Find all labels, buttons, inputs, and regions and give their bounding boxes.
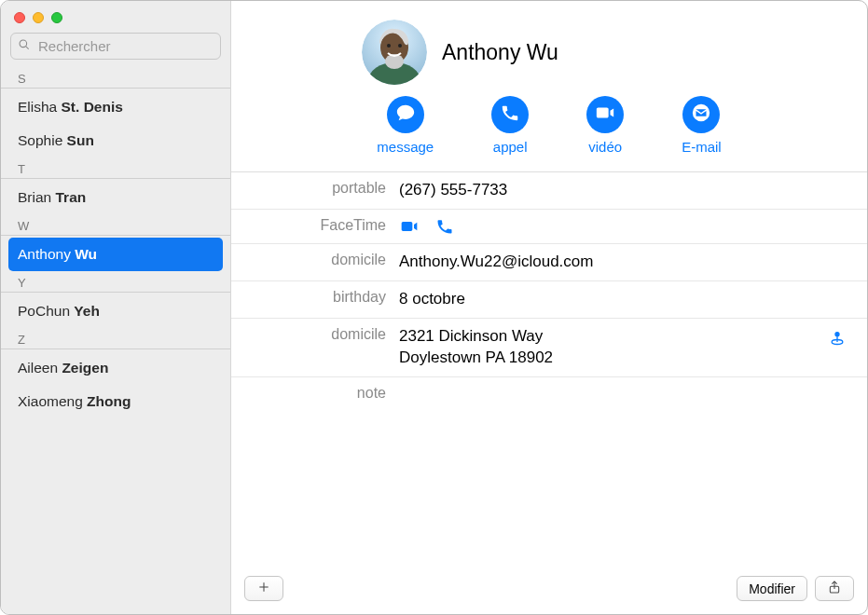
contact-card: Anthony Wu message appel vidéo E-mail p	[231, 1, 867, 614]
message-icon	[395, 102, 416, 127]
label-portable: portable	[231, 180, 399, 197]
edit-button-label: Modifier	[749, 581, 795, 596]
search-input[interactable]	[36, 37, 217, 55]
label-note: note	[231, 385, 399, 402]
contact-row[interactable]: Elisha St. Denis	[1, 90, 230, 124]
video-label: vidéo	[588, 139, 622, 155]
share-icon	[827, 580, 842, 597]
card-header: Anthony Wu	[231, 1, 867, 89]
svg-point-6	[387, 44, 391, 48]
mail-icon	[691, 102, 711, 127]
contact-last-name: Zeigen	[62, 360, 108, 376]
address-line1: 2321 Dickinson Way	[399, 326, 830, 348]
address-line2: Doylestown PA 18902	[399, 348, 830, 369]
contact-row[interactable]: Anthony Wu	[8, 238, 223, 271]
contact-last-name: Tran	[56, 189, 87, 205]
contact-last-name: Sun	[67, 132, 94, 148]
contact-first-name: Sophie	[18, 132, 67, 148]
label-birthday: birthday	[231, 289, 399, 306]
contacts-window: SElisha St. DenisSophie SunTBrian TranWA…	[0, 0, 868, 615]
share-button[interactable]	[815, 576, 854, 601]
contact-last-name: Yeh	[74, 303, 100, 319]
section-letter: Y	[1, 271, 230, 293]
contact-first-name: Elisha	[18, 99, 62, 115]
avatar[interactable]	[362, 20, 427, 85]
call-button[interactable]: appel	[491, 96, 529, 155]
video-button[interactable]: vidéo	[586, 96, 624, 155]
plus-icon	[256, 580, 271, 597]
contact-last-name: Wu	[75, 246, 97, 262]
email-label: E-mail	[682, 139, 722, 155]
contact-last-name: St. Denis	[62, 99, 123, 115]
contact-name: Anthony Wu	[442, 40, 558, 65]
zoom-window-button[interactable]	[51, 12, 62, 23]
label-domicile-addr: domicile	[231, 326, 399, 343]
contact-row[interactable]: PoChun Yeh	[1, 294, 230, 328]
row-note[interactable]: note	[231, 377, 867, 409]
label-domicile-email: domicile	[231, 252, 399, 268]
message-label: message	[377, 139, 434, 155]
facetime-video-icon[interactable]	[399, 217, 420, 236]
minimize-window-button[interactable]	[33, 12, 44, 23]
svg-point-8	[835, 332, 839, 335]
value-portable: (267) 555-7733	[399, 180, 867, 201]
row-facetime[interactable]: FaceTime	[231, 210, 867, 244]
contact-row[interactable]: Sophie Sun	[1, 124, 230, 157]
contact-first-name: Brian	[18, 189, 56, 205]
details: portable (267) 555-7733 FaceTime domicil…	[231, 171, 867, 409]
window-controls	[1, 1, 230, 31]
contact-row[interactable]: Aileen Zeigen	[1, 351, 230, 385]
contacts-list: SElisha St. DenisSophie SunTBrian TranWA…	[1, 67, 230, 614]
contact-first-name: Xiaomeng	[18, 393, 87, 409]
sidebar: SElisha St. DenisSophie SunTBrian TranWA…	[1, 1, 231, 614]
add-button[interactable]	[244, 576, 283, 601]
close-window-button[interactable]	[14, 12, 25, 23]
row-birthday[interactable]: birthday 8 octobre	[231, 281, 867, 319]
edit-button[interactable]: Modifier	[737, 576, 807, 601]
contact-row[interactable]: Brian Tran	[1, 181, 230, 214]
contact-last-name: Zhong	[87, 393, 131, 409]
map-pin-icon[interactable]	[828, 328, 847, 350]
contact-first-name: Aileen	[18, 360, 62, 376]
search-field[interactable]	[10, 33, 221, 60]
row-address[interactable]: domicile 2321 Dickinson Way Doylestown P…	[231, 319, 867, 377]
email-button[interactable]: E-mail	[682, 96, 722, 155]
svg-line-1	[26, 46, 29, 48]
message-button[interactable]: message	[377, 96, 434, 155]
action-row: message appel vidéo E-mail	[231, 89, 867, 171]
value-domicile-addr: 2321 Dickinson Way Doylestown PA 18902	[399, 326, 867, 369]
section-letter: Z	[1, 328, 230, 349]
label-facetime: FaceTime	[231, 217, 399, 234]
call-label: appel	[493, 139, 528, 155]
contact-first-name: Anthony	[18, 246, 75, 262]
phone-icon	[500, 102, 520, 127]
section-letter: T	[1, 157, 230, 179]
row-email[interactable]: domicile Anthony.Wu22@icloud.com	[231, 244, 867, 281]
svg-point-0	[20, 40, 27, 48]
video-icon	[595, 102, 615, 127]
card-footer: Modifier	[231, 563, 867, 614]
value-domicile-email: Anthony.Wu22@icloud.com	[399, 252, 867, 273]
svg-point-7	[398, 44, 402, 48]
section-letter: W	[1, 214, 230, 236]
contact-first-name: PoChun	[18, 303, 74, 319]
value-birthday: 8 octobre	[399, 289, 867, 310]
search-icon	[18, 38, 31, 55]
section-letter: S	[1, 67, 230, 89]
row-phone[interactable]: portable (267) 555-7733	[231, 172, 867, 210]
contact-row[interactable]: Xiaomeng Zhong	[1, 385, 230, 418]
facetime-audio-icon[interactable]	[434, 217, 455, 236]
